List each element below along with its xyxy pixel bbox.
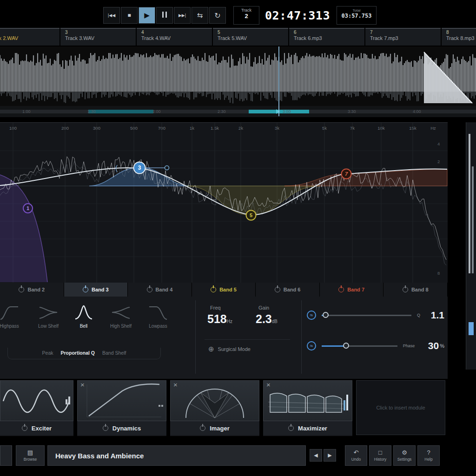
power-icon[interactable]	[211, 287, 216, 292]
module-maximizer[interactable]: × Maximizer	[263, 380, 352, 436]
band1-node[interactable]: 1	[23, 204, 33, 213]
pause-button[interactable]	[156, 7, 173, 24]
power-icon[interactable]	[103, 425, 108, 431]
playhead-cursor[interactable]	[278, 46, 279, 116]
svg-text:5: 5	[250, 212, 252, 218]
undo-button[interactable]: ↶ Undo	[345, 445, 367, 466]
track-tab-6[interactable]: 6 Track 6.mp3	[289, 28, 364, 46]
cycle-icon: ↻	[214, 11, 220, 20]
band-tab-7[interactable]: Band 7	[320, 283, 384, 297]
surgical-mode-icon: ⊕	[208, 345, 214, 353]
stop-button[interactable]: ■	[121, 7, 138, 24]
prev-preset-button[interactable]: ◀	[310, 449, 322, 462]
freq-value[interactable]: 518Hz	[207, 312, 232, 326]
track-tab-name: Track 6.mp3	[294, 35, 364, 41]
filter-high-shelf[interactable]: High Shelf	[103, 303, 139, 329]
band-tab-4[interactable]: Band 4	[128, 283, 192, 297]
cycle-button[interactable]: ↻	[209, 7, 226, 24]
filter-lowpass[interactable]: Lowpass	[140, 303, 176, 329]
band-tab-2[interactable]: Band 2	[0, 283, 64, 297]
filter-bell-selected[interactable]: Bell	[66, 303, 101, 329]
mode-peak[interactable]: Peak	[42, 350, 53, 356]
phase-slider-handle[interactable]	[343, 343, 349, 349]
phase-knob-icon[interactable]: ≈	[307, 341, 316, 350]
track-tab-8[interactable]: 8 Track 8.mp3	[442, 28, 476, 46]
track-tab-3[interactable]: 3 Track 3.WAV	[60, 28, 136, 46]
band1-shade	[0, 175, 47, 282]
lowpass-icon	[147, 303, 169, 322]
mini-meter	[159, 405, 160, 407]
band-tab-5[interactable]: Band 5	[192, 283, 256, 297]
power-icon[interactable]	[403, 287, 408, 292]
power-icon[interactable]	[200, 425, 205, 431]
timeline-scrubber[interactable]: 1:00 1:30 2:00 2:30 3:00 3:30 4:00	[0, 106, 476, 117]
q-slider-handle[interactable]	[323, 312, 329, 318]
svg-text:1: 1	[26, 205, 29, 211]
timeline-track[interactable]	[0, 110, 476, 113]
equalizer-panel[interactable]: 100 200 300 500 700 1k 1.5k 2k 3k 5k 7k …	[0, 122, 448, 284]
loop-button[interactable]: ⇆	[192, 7, 208, 24]
q-value[interactable]: 1.1	[423, 310, 444, 321]
svg-text:3: 3	[138, 165, 141, 171]
power-icon[interactable]	[147, 287, 152, 292]
band-tab-6[interactable]: Band 6	[256, 283, 320, 297]
gain-value[interactable]: 2.3dB	[256, 312, 278, 326]
next-preset-button[interactable]: ▶	[324, 449, 336, 462]
filter-label: Lowpass	[140, 324, 176, 329]
waveform-display[interactable]	[0, 46, 476, 106]
preset-name-box[interactable]: Heavy Bass and Ambience	[47, 445, 306, 466]
band-tab-3[interactable]: Band 3	[64, 283, 128, 297]
track-tab-5[interactable]: 5 Track 5.WAV	[213, 28, 288, 46]
band-tab-label: Band 2	[27, 287, 45, 292]
band-tab-8[interactable]: Band 8	[383, 283, 448, 297]
surgical-mode-toggle[interactable]: ⊕ Surgical Mode	[208, 345, 251, 353]
band7-node[interactable]: 7	[342, 169, 351, 179]
power-icon[interactable]	[275, 287, 280, 292]
insert-module-slot[interactable]: Click to insert module	[356, 380, 445, 435]
close-icon[interactable]: ×	[173, 381, 178, 388]
filter-low-shelf[interactable]: Low Shelf	[31, 303, 66, 329]
corner-tile	[0, 445, 12, 466]
power-icon[interactable]	[288, 425, 294, 431]
phase-slider-track[interactable]	[322, 345, 397, 347]
track-tab-2[interactable]: 2 Track 2.WAV	[0, 28, 60, 46]
module-dynamics[interactable]: × Dynamics	[77, 380, 166, 436]
mini-meter	[346, 395, 348, 410]
track-tab-4[interactable]: 4 Track 4.WAV	[137, 28, 212, 46]
browse-button[interactable]: ▤ Browse	[16, 445, 45, 466]
rewind-button[interactable]: |◀◀	[103, 7, 120, 24]
track-tab-number: 7	[370, 30, 441, 35]
module-exciter[interactable]: Exciter	[0, 380, 73, 436]
loop-region[interactable]	[88, 110, 153, 113]
close-icon[interactable]: ×	[266, 381, 271, 388]
mode-band-shelf[interactable]: Band Shelf	[102, 350, 126, 356]
play-button[interactable]: ▶	[139, 7, 155, 24]
q-slider-track[interactable]	[322, 315, 411, 316]
band3-side-handle[interactable]	[165, 166, 169, 170]
band-tab-label: Band 7	[347, 287, 364, 292]
module-name: Exciter	[32, 425, 52, 432]
phase-value[interactable]: 30	[417, 340, 439, 351]
power-icon[interactable]	[338, 287, 344, 292]
forward-button[interactable]: ▶▶|	[174, 7, 191, 24]
band3-width-handle[interactable]: (	[115, 164, 118, 172]
filter-label: High Shelf	[103, 324, 139, 329]
power-icon[interactable]	[19, 287, 24, 292]
q-knob-icon[interactable]: ≈	[307, 311, 316, 320]
close-icon[interactable]: ×	[80, 381, 85, 388]
filter-highpass[interactable]: Highpass	[0, 303, 27, 329]
power-icon[interactable]	[83, 287, 88, 292]
mode-proportional-q[interactable]: Proportional Q	[61, 350, 95, 356]
history-button[interactable]: □ History	[369, 445, 391, 466]
module-imager[interactable]: × Imager	[170, 380, 259, 436]
band5-node[interactable]: 5	[246, 211, 256, 220]
track-tab-name: Track 2.WAV	[0, 35, 60, 41]
help-button[interactable]: ? Help	[417, 445, 440, 466]
module-label-bar: Maximizer	[263, 421, 352, 435]
settings-button[interactable]: ⚙ Settings	[393, 445, 416, 466]
track-tab-number: 8	[446, 30, 476, 35]
band3-node-selected[interactable]: 3	[134, 162, 145, 174]
track-tab-7[interactable]: 7 Track 7.mp3	[365, 28, 441, 46]
stop-icon: ■	[127, 12, 131, 19]
power-icon[interactable]	[22, 425, 27, 431]
